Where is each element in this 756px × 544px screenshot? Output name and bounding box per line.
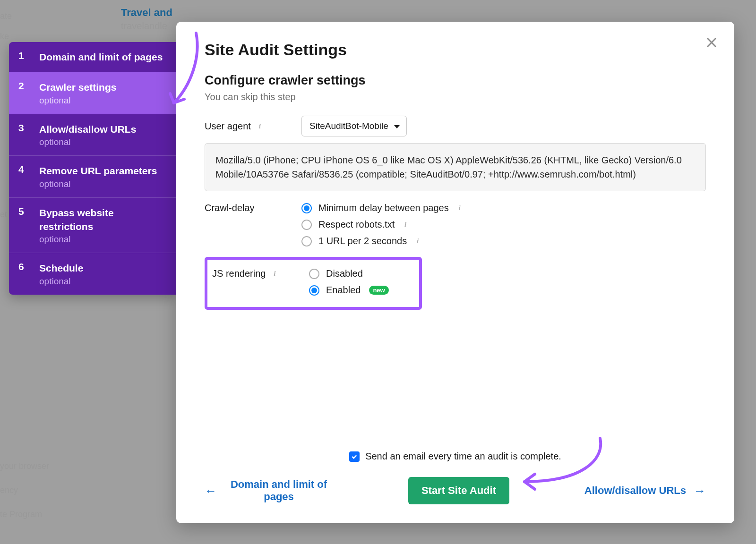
step-title: Domain and limit of pages xyxy=(39,50,163,64)
step-3-allow-disallow[interactable]: 3 Allow/disallow URLs optional xyxy=(9,114,177,156)
crawl-delay-label: Crawl-delay xyxy=(205,203,301,213)
user-agent-selected: SiteAuditBot-Mobile xyxy=(309,121,388,131)
check-icon xyxy=(351,453,358,460)
step-title: Crawler settings xyxy=(39,80,116,94)
checkbox-icon xyxy=(349,451,360,462)
settings-modal: Site Audit Settings Configure crawler se… xyxy=(176,22,734,523)
step-2-crawler-settings[interactable]: 2 Crawler settings optional xyxy=(9,72,177,114)
step-title: Schedule xyxy=(39,261,83,275)
js-rendering-option-enabled[interactable]: Enabled new xyxy=(309,285,389,296)
bg-item: your browser xyxy=(0,461,49,471)
bg-item: ency xyxy=(0,485,18,495)
bg-item: et xyxy=(0,210,7,220)
step-number: 1 xyxy=(18,50,39,64)
nav-next-link[interactable]: Allow/disallow URLs → xyxy=(584,484,706,498)
step-number: 3 xyxy=(18,122,39,147)
step-number: 2 xyxy=(18,80,39,105)
js-rendering-options: Disabled Enabled new xyxy=(309,268,389,296)
crawl-delay-option-robots[interactable]: Respect robots.txt i xyxy=(301,219,464,230)
step-subtitle: optional xyxy=(39,95,116,106)
step-6-schedule[interactable]: 6 Schedule optional xyxy=(9,253,177,294)
option-label: Enabled xyxy=(326,285,361,296)
user-agent-row: User agent i SiteAuditBot-Mobile xyxy=(205,116,706,136)
step-subtitle: optional xyxy=(39,276,83,287)
bg-item: ke xyxy=(0,32,9,42)
option-label: 1 URL per 2 seconds xyxy=(318,236,407,246)
start-site-audit-button[interactable]: Start Site Audit xyxy=(408,477,509,504)
step-subtitle: optional xyxy=(39,179,157,189)
js-rendering-option-disabled[interactable]: Disabled xyxy=(309,268,389,279)
radio-icon xyxy=(309,285,319,296)
email-checkbox-row[interactable]: Send an email every time an audit is com… xyxy=(205,451,706,462)
radio-icon xyxy=(301,203,312,213)
bg-item: te Program xyxy=(0,510,42,519)
step-number: 5 xyxy=(18,206,39,245)
user-agent-label-text: User agent xyxy=(205,121,251,132)
project-name: Travel and xyxy=(121,7,172,19)
email-label: Send an email every time an audit is com… xyxy=(365,451,561,462)
radio-icon xyxy=(301,236,312,246)
info-icon[interactable]: i xyxy=(270,270,279,278)
crawl-delay-option-min[interactable]: Minimum delay between pages i xyxy=(301,203,464,213)
info-icon[interactable]: i xyxy=(256,122,264,130)
close-icon xyxy=(705,36,718,49)
wizard-steps: 1 Domain and limit of pages 2 Crawler se… xyxy=(9,42,177,295)
info-icon[interactable]: i xyxy=(413,237,422,246)
nav-next-label: Allow/disallow URLs xyxy=(584,484,686,497)
step-title: Bypass website restrictions xyxy=(39,206,167,234)
crawl-delay-option-1per2[interactable]: 1 URL per 2 seconds i xyxy=(301,236,464,246)
modal-title: Site Audit Settings xyxy=(205,41,706,59)
user-agent-string: Mozilla/5.0 (iPhone; CPU iPhone OS 6_0 l… xyxy=(205,143,706,191)
nav-prev-link[interactable]: ← Domain and limit of pages xyxy=(205,478,333,503)
step-subtitle: optional xyxy=(39,234,167,245)
user-agent-select[interactable]: SiteAuditBot-Mobile xyxy=(301,116,407,136)
step-5-bypass-restrictions[interactable]: 5 Bypass website restrictions optional xyxy=(9,198,177,254)
crawl-delay-label-text: Crawl-delay xyxy=(205,203,255,213)
option-label: Minimum delay between pages xyxy=(318,203,449,213)
radio-icon xyxy=(309,269,319,279)
nav-prev-label: Domain and limit of pages xyxy=(224,478,333,503)
option-label: Disabled xyxy=(326,268,363,279)
arrow-left-icon: ← xyxy=(205,484,217,498)
info-icon[interactable]: i xyxy=(401,221,410,229)
js-rendering-label: JS rendering i xyxy=(212,268,309,279)
close-button[interactable] xyxy=(705,36,718,51)
js-rendering-highlight: JS rendering i Disabled Enabled new xyxy=(205,257,422,310)
step-title: Allow/disallow URLs xyxy=(39,122,136,136)
crawl-delay-options: Minimum delay between pages i Respect ro… xyxy=(301,203,464,246)
footer-nav: ← Domain and limit of pages Start Site A… xyxy=(205,477,706,504)
radio-icon xyxy=(301,220,312,230)
arrow-right-icon: → xyxy=(694,484,706,498)
step-1-domain-limit[interactable]: 1 Domain and limit of pages xyxy=(9,42,177,72)
bg-item: ate xyxy=(0,11,12,21)
section-hint: You can skip this step xyxy=(205,92,706,102)
section-title: Configure crawler settings xyxy=(205,73,706,88)
js-rendering-label-text: JS rendering xyxy=(212,268,266,279)
step-number: 4 xyxy=(18,164,39,189)
info-icon[interactable]: i xyxy=(455,204,464,212)
project-domain: travelandle xyxy=(121,21,167,32)
crawl-delay-row: Crawl-delay Minimum delay between pages … xyxy=(205,203,706,246)
user-agent-label: User agent i xyxy=(205,121,301,132)
step-4-remove-url-params[interactable]: 4 Remove URL parameters optional xyxy=(9,156,177,197)
step-subtitle: optional xyxy=(39,137,136,147)
step-number: 6 xyxy=(18,261,39,286)
option-label: Respect robots.txt xyxy=(318,219,395,230)
step-title: Remove URL parameters xyxy=(39,164,157,178)
new-badge: new xyxy=(369,286,388,295)
